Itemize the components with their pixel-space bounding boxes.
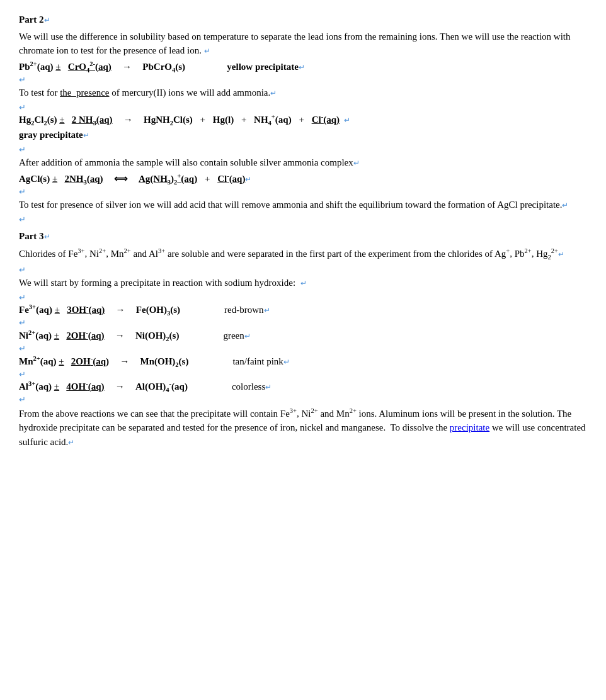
gray-precipitate: gray precipitate↵ xyxy=(19,128,587,142)
precipitate-link[interactable]: precipitate xyxy=(450,422,489,432)
eq-ni-right: Ni(OH)2(s) xyxy=(135,330,179,341)
eq-ni-arrow: → xyxy=(110,330,129,341)
return-11: ↵ xyxy=(19,395,587,405)
gray-label: gray precipitate xyxy=(19,130,83,140)
equation-pb: Pb2+(aq) ± CrO42-(aq) → PbCrO4(s) yellow… xyxy=(19,60,587,74)
eq-ni-color: green xyxy=(207,330,244,341)
mercury-text: To test for the presence of mercury(II) … xyxy=(19,86,587,100)
eq-hg-right: HgNH2Cl(s) + Hg(l) + NH4+(aq) + Cl-(aq) xyxy=(144,115,342,125)
return-5: ↵ xyxy=(19,215,587,225)
eq-pb-arrow: → xyxy=(118,62,137,72)
return-4: ↵ xyxy=(19,187,587,197)
return-3: ↵ xyxy=(19,145,587,155)
eq-mn-color: tan/faint pink xyxy=(216,356,283,366)
eq-al-arrow: → xyxy=(110,381,129,392)
eq-agcl-arrow: ⟺ xyxy=(109,174,132,184)
eq-hg-left: Hg2Cl2(s) ± 2 NH3(aq) xyxy=(19,115,115,125)
eq-hg-arrow: → xyxy=(118,115,137,125)
return-8: ↵ xyxy=(19,318,587,328)
eq-fe-arrow: → xyxy=(111,305,130,315)
equation-ni: Ni2+(aq) ± 2OH-(aq) → Ni(OH)2(s) green↵ xyxy=(19,329,587,342)
eq-fe-color: red-brown xyxy=(208,305,264,315)
mercury-underline: the presence xyxy=(60,88,109,98)
equation-agcl: AgCl(s) ± 2NH3(aq) ⟺ Ag(NH3)2+(aq) + Cl-… xyxy=(19,172,587,186)
equation-mn: Mn2+(aq) ± 2OH-(aq) → Mn(OH)2(s) tan/fai… xyxy=(19,355,587,368)
eq-al-left: Al3+(aq) ± 4OH-(aq) xyxy=(19,381,106,392)
part2-intro: We will use the difference in solubility… xyxy=(19,30,587,58)
equation-al: Al3+(aq) ± 4OH-(aq) → Al(OH)4-(aq) color… xyxy=(19,380,587,393)
eq-ni-left: Ni2+(aq) ± 2OH-(aq) xyxy=(19,330,106,341)
return-9: ↵ xyxy=(19,344,587,354)
eq-pb-left: Pb2+(aq) ± CrO42-(aq) xyxy=(19,62,114,72)
part2-heading: Part 2↵ xyxy=(19,13,587,27)
eq-pb-color: yellow precipitate xyxy=(213,62,299,72)
return-6: ↵ xyxy=(19,265,587,275)
eq-al-color: colorless xyxy=(215,381,266,392)
part3-label: Part 3 xyxy=(19,231,44,241)
part2-label: Part 2 xyxy=(19,14,44,25)
return-10: ↵ xyxy=(19,370,587,380)
equation-hg: Hg2Cl2(s) ± 2 NH3(aq) → HgNH2Cl(s) + Hg(… xyxy=(19,113,587,127)
eq-agcl-left: AgCl(s) ± 2NH3(aq) xyxy=(19,174,105,184)
eq-al-right: Al(OH)4-(aq) xyxy=(135,381,188,392)
return-2: ↵ xyxy=(19,103,587,113)
return-1: ↵ xyxy=(19,75,587,85)
eq-mn-right: Mn(OH)2(s) xyxy=(140,356,189,366)
part3-intro: Chlorides of Fe3+, Ni2+, Mn2+ and Al3+ a… xyxy=(19,246,587,262)
document-content: Part 2↵ We will use the difference in so… xyxy=(19,13,587,449)
conclusion-text: From the above reactions we can see that… xyxy=(19,406,587,449)
eq-mn-arrow: → xyxy=(115,356,134,366)
return-7: ↵ xyxy=(19,293,587,303)
eq-agcl-right: Ag(NH3)2+(aq) + Cl-(aq)↵ xyxy=(139,174,251,184)
eq-pb-right: PbCrO4(s) xyxy=(142,62,185,72)
eq-mn-left: Mn2+(aq) ± 2OH-(aq) xyxy=(19,356,111,366)
equation-fe: Fe3+(aq) ± 3OH-(aq) → Fe(OH)3(s) red-bro… xyxy=(19,303,587,317)
eq-fe-right: Fe(OH)3(s) xyxy=(136,305,180,315)
silver-complex-text: After addition of ammonia the sample wil… xyxy=(19,155,587,170)
silver-test-text: To test for presence of silver ion we wi… xyxy=(19,198,587,212)
part3-heading: Part 3↵ xyxy=(19,229,587,244)
naoh-text: We will start by forming a precipitate i… xyxy=(19,276,587,290)
eq-fe-left: Fe3+(aq) ± 3OH-(aq) xyxy=(19,305,107,315)
